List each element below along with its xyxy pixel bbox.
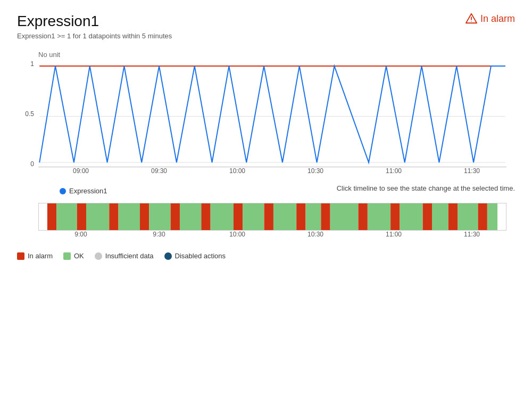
svg-rect-23 xyxy=(306,203,321,230)
y-label-05: 0.5 xyxy=(25,111,34,117)
svg-rect-13 xyxy=(149,203,170,230)
y-label-0: 0 xyxy=(30,161,34,167)
tl-x-label-900: 9:00 xyxy=(74,231,87,238)
ok-swatch xyxy=(63,252,71,260)
y-label-1: 1 xyxy=(30,61,34,67)
svg-rect-28 xyxy=(390,203,400,230)
x-label-1100: 11:00 xyxy=(386,167,402,175)
x-label-1130: 11:30 xyxy=(464,167,480,175)
legend-item-insufficient: Insufficient data xyxy=(95,252,154,260)
tl-x-label-1100: 11:00 xyxy=(386,231,402,238)
legend-item-in-alarm: In alarm xyxy=(17,252,53,260)
svg-rect-22 xyxy=(296,203,305,230)
x-label-0930: 09:30 xyxy=(151,167,167,175)
expression1-line xyxy=(39,66,505,162)
svg-rect-19 xyxy=(243,203,264,230)
disabled-swatch xyxy=(164,252,172,260)
timeline-bar-svg[interactable] xyxy=(38,203,506,231)
alarm-triangle-icon xyxy=(466,13,477,24)
alarm-title: Expression1 xyxy=(17,13,99,30)
timeline-section: 9:00 9:30 10:00 10:30 11:00 11:30 xyxy=(38,203,515,244)
disabled-label: Disabled actions xyxy=(175,252,226,260)
svg-rect-8 xyxy=(77,203,86,230)
svg-rect-29 xyxy=(400,203,422,230)
page-container: Expression1 In alarm Expression1 >= 1 fo… xyxy=(0,0,532,273)
tl-x-label-930: 9:30 xyxy=(153,231,165,238)
svg-rect-26 xyxy=(359,203,368,230)
svg-point-1 xyxy=(471,21,471,21)
legend-item-ok: OK xyxy=(63,252,84,260)
svg-rect-14 xyxy=(171,203,180,230)
chart-legend: Expression1 xyxy=(60,187,107,195)
svg-rect-35 xyxy=(487,203,497,230)
svg-rect-12 xyxy=(140,203,149,230)
ok-label: OK xyxy=(74,252,84,260)
tl-x-label-1000: 10:00 xyxy=(229,231,245,238)
x-label-0900: 09:00 xyxy=(73,167,89,175)
svg-rect-15 xyxy=(180,203,201,230)
in-alarm-label: In alarm xyxy=(28,252,53,260)
svg-rect-10 xyxy=(109,203,118,230)
svg-rect-6 xyxy=(47,203,56,230)
alarm-condition: Expression1 >= 1 for 1 datapoints within… xyxy=(17,32,515,40)
insufficient-label: Insufficient data xyxy=(105,252,154,260)
chart-legend-label: Expression1 xyxy=(69,187,107,195)
svg-rect-34 xyxy=(478,203,487,230)
svg-rect-25 xyxy=(330,203,359,230)
svg-rect-9 xyxy=(86,203,109,230)
status-text: In alarm xyxy=(480,13,515,24)
in-alarm-badge: In alarm xyxy=(466,13,515,24)
svg-rect-33 xyxy=(458,203,478,230)
svg-rect-18 xyxy=(234,203,243,230)
svg-rect-16 xyxy=(201,203,210,230)
svg-rect-11 xyxy=(119,203,140,230)
svg-rect-17 xyxy=(211,203,234,230)
legend-dot-expression1 xyxy=(60,188,66,194)
legend-item-disabled: Disabled actions xyxy=(164,252,226,260)
in-alarm-swatch xyxy=(17,252,24,260)
bottom-legend: In alarm OK Insufficient data Disabled a… xyxy=(17,252,515,260)
svg-rect-24 xyxy=(321,203,330,230)
svg-rect-32 xyxy=(448,203,458,230)
svg-rect-20 xyxy=(264,203,273,230)
svg-rect-27 xyxy=(368,203,390,230)
svg-rect-7 xyxy=(56,203,77,230)
click-hint: Click timeline to see the state change a… xyxy=(337,184,515,192)
header-row: Expression1 In alarm xyxy=(17,13,515,30)
svg-rect-31 xyxy=(432,203,448,230)
x-label-1000: 10:00 xyxy=(229,167,245,175)
tl-x-label-1130: 11:30 xyxy=(464,231,480,238)
x-label-1030: 10:30 xyxy=(307,167,323,175)
insufficient-swatch xyxy=(95,252,102,260)
svg-rect-21 xyxy=(273,203,296,230)
tl-x-label-1030: 10:30 xyxy=(307,231,323,238)
svg-rect-30 xyxy=(423,203,432,230)
chart-y-label: No unit xyxy=(38,51,515,59)
main-chart-svg xyxy=(38,61,506,167)
